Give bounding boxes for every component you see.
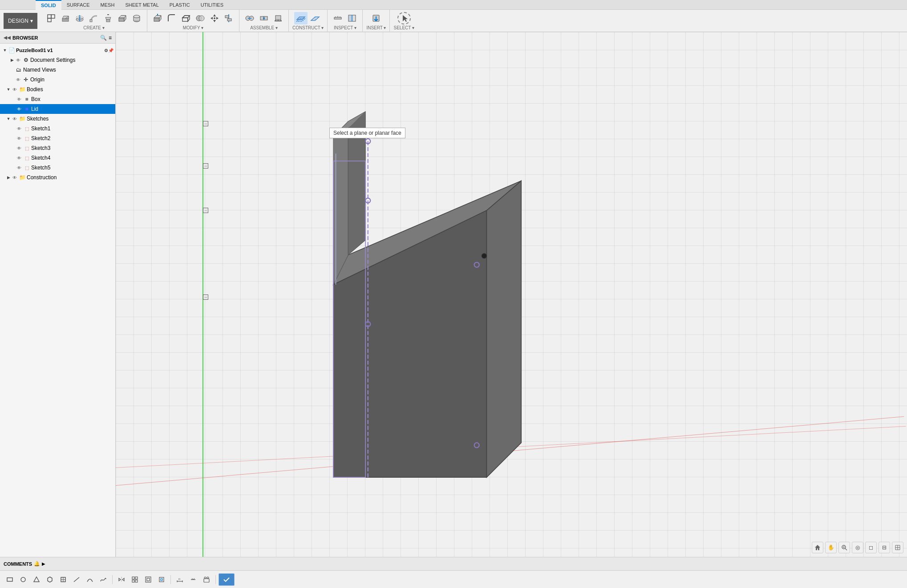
sketch-constraint-btn[interactable] [187,573,199,586]
sketch5-eye[interactable]: 👁 [16,165,22,171]
inspect-label[interactable]: INSPECT ▾ [334,25,356,30]
tab-sheet-metal[interactable]: SHEET METAL [120,0,164,10]
pan-btn[interactable]: ✋ [825,542,837,553]
grid-snap-btn[interactable] [892,542,903,553]
sketch-form-btn[interactable] [200,573,213,586]
tree-item-sketch2[interactable]: 👁 ⬚ Sketch2 [0,133,115,143]
tree-item-bodies[interactable]: ▼ 👁 📁 Bodies [0,85,115,94]
tree-item-sketch4[interactable]: 👁 ⬚ Sketch4 [0,153,115,163]
combine-btn[interactable] [194,12,207,24]
fillet-btn[interactable] [165,12,178,24]
construction-expand[interactable]: ▶ [5,174,12,181]
sketch4-eye[interactable]: 👁 [16,155,22,161]
sketch-project-btn[interactable] [155,573,168,586]
select-btn[interactable] [397,12,411,24]
midplane-btn[interactable] [308,12,322,24]
select-label[interactable]: SELECT ▾ [393,25,414,30]
align-btn[interactable] [222,12,235,24]
sketch-pattern-btn[interactable] [129,573,141,586]
tree-item-sketch1[interactable]: 👁 ⬚ Sketch1 [0,124,115,133]
viewport[interactable]: ↔ ↔ ↔ ↔ [116,32,907,557]
sketch-spline-btn[interactable] [97,573,109,586]
doc-settings-expand[interactable]: ▶ [9,57,15,63]
sketches-expand[interactable]: ▼ [5,116,12,122]
sketch-circle-btn[interactable] [17,573,29,586]
bodies-eye[interactable]: 👁 [12,86,18,93]
box-eye[interactable]: 👁 [16,96,22,102]
display-settings-btn[interactable]: ◎ [852,542,863,553]
tree-item-named-views[interactable]: ▶ 🗂 Named Views [0,65,115,75]
browser-search-icon[interactable]: 🔍 [100,35,107,41]
svg-point-77 [356,128,360,133]
offset-plane-btn[interactable] [294,12,308,24]
sketch-finish-btn[interactable] [219,573,235,586]
loft-btn[interactable] [101,12,115,24]
insert-label[interactable]: INSERT ▾ [366,25,386,30]
sketch-rect-btn[interactable] [4,573,16,586]
lid-eye[interactable]: 👁 [16,106,22,112]
tree-item-construction[interactable]: ▶ 👁 📁 Construction [0,173,115,182]
root-pin-icon[interactable]: 📌 [108,48,113,53]
cylinder-btn[interactable] [130,12,143,24]
zoom-fit-btn[interactable] [838,542,850,553]
tree-item-lid[interactable]: 👁 ■ Lid [0,104,115,114]
revolve-btn[interactable] [73,12,86,24]
tree-item-root[interactable]: ▼ 📄 PuzzleBox01 v1 ⚙ 📌 [0,45,115,55]
section-analysis-btn[interactable] [345,12,359,24]
sketch-offset-btn[interactable] [142,573,154,586]
extrude-btn[interactable] [59,12,72,24]
joint-btn[interactable] [243,12,256,24]
sketch-triangle-btn[interactable] [30,573,43,586]
sketch-arc-btn[interactable] [84,573,96,586]
tab-utilities[interactable]: UTILITIES [195,0,229,10]
visual-style-btn[interactable]: ◻ [865,542,877,553]
3d-model[interactable] [116,32,907,557]
origin-eye[interactable]: 👁 [15,77,21,83]
sweep-btn[interactable] [87,12,101,24]
as-built-joint-btn[interactable] [257,12,271,24]
sketch-line-btn[interactable] [70,573,83,586]
browser-collapse-btn[interactable]: ◀◀ [4,35,11,40]
view-home-btn[interactable] [812,542,823,553]
measure-btn[interactable] [331,12,344,24]
tab-mesh[interactable]: MESH [95,0,120,10]
move-btn[interactable] [208,12,221,24]
browser-options-icon[interactable]: ≡ [109,35,112,41]
tree-item-sketches[interactable]: ▼ 👁 📁 Sketches [0,114,115,124]
root-expand[interactable]: ▼ [2,47,8,53]
sketch-hex-btn[interactable] [44,573,56,586]
modify-label[interactable]: MODIFY ▾ [183,25,203,30]
sketch1-eye[interactable]: 👁 [16,125,22,132]
tab-plastic[interactable]: PLASTIC [164,0,195,10]
construction-eye[interactable]: 👁 [12,174,18,181]
insert-btn[interactable] [369,12,383,24]
press-pull-btn[interactable] [151,12,164,24]
tree-item-origin[interactable]: ▶ 👁 ✛ Origin [0,75,115,85]
doc-settings-eye[interactable]: 👁 [15,57,21,63]
bodies-expand[interactable]: ▼ [5,86,12,93]
assemble-label[interactable]: ASSEMBLE ▾ [250,25,278,30]
create-label[interactable]: CREATE ▾ [83,25,105,30]
sketches-eye[interactable]: 👁 [12,116,18,122]
comments-add-icon[interactable]: 🔔 [34,561,40,567]
ground-plane-btn[interactable]: ⊟ [879,542,890,553]
root-config-icon[interactable]: ⚙ [104,48,108,53]
box-btn[interactable] [116,12,129,24]
tab-solid[interactable]: SOLID [36,0,61,10]
new-component-btn[interactable] [45,12,58,24]
tree-item-box[interactable]: 👁 ■ Box [0,94,115,104]
shell-btn[interactable] [179,12,193,24]
sketch-dim-btn[interactable]: D [174,573,186,586]
ground-btn[interactable] [271,12,285,24]
sketch-point-btn[interactable] [57,573,69,586]
design-mode-button[interactable]: DESIGN ▾ [4,13,37,29]
construct-label[interactable]: CONSTRUCT ▾ [292,25,324,30]
sketch3-eye[interactable]: 👁 [16,145,22,151]
sketch2-eye[interactable]: 👁 [16,135,22,141]
comments-expand-icon[interactable]: ▶ [42,561,45,566]
tree-item-sketch3[interactable]: 👁 ⬚ Sketch3 [0,143,115,153]
tree-item-document-settings[interactable]: ▶ 👁 ⚙ Document Settings [0,55,115,65]
tree-item-sketch5[interactable]: 👁 ⬚ Sketch5 [0,163,115,173]
sketch-mirror-btn[interactable] [115,573,128,586]
tab-surface[interactable]: SURFACE [61,0,95,10]
